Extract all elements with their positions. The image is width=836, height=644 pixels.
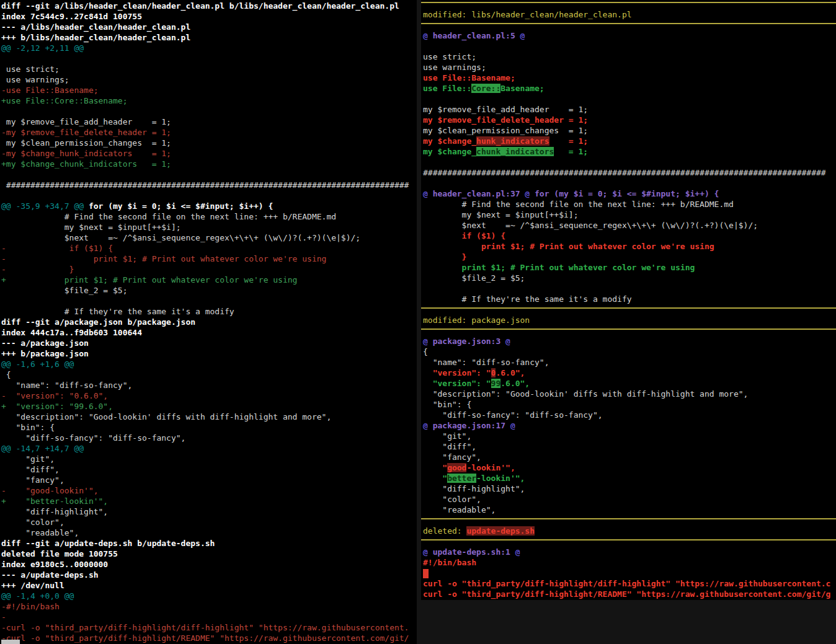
- terminal-line: index 7c544c9..27c841d 100755: [0, 11, 417, 22]
- git-diff-terminal-pane: diff --git a/libs/header_clean/header_cl…: [0, 0, 417, 644]
- terminal-line: @ package.json:3 @: [421, 336, 836, 346]
- terminal-line: +++ b/package.json: [0, 348, 417, 359]
- terminal-line: my $next = $input[++$i];: [421, 210, 836, 220]
- text-segment: index 7c544c9..27c841d 100755: [1, 12, 142, 21]
- terminal-line: ########################################…: [421, 167, 836, 178]
- terminal-line: [421, 178, 836, 188]
- text-segment: "git",: [1, 454, 55, 464]
- terminal-line: "version": "0.6.0",: [421, 368, 836, 378]
- terminal-line: --- a/libs/header_clean/header_clean.pl: [0, 22, 417, 32]
- text-segment: "name": "diff-so-fancy",: [1, 381, 132, 390]
- text-segment: my $remove_file_add_header = 1;: [1, 117, 171, 126]
- terminal-line: my $change_hunk_indicators = 1;: [421, 136, 836, 146]
- text-segment: "readable",: [1, 528, 79, 537]
- text-segment: "version": ": [423, 368, 491, 377]
- terminal-line: - print $1; # Print out whatever color w…: [0, 254, 417, 264]
- text-segment: -lookin'",: [466, 463, 515, 472]
- text-segment: -: [1, 612, 6, 622]
- terminal-line: }: [421, 252, 836, 262]
- text-segment: --- a/update-deps.sh: [1, 570, 99, 580]
- text-segment: diff --git a/update-deps.sh b/update-dep…: [1, 539, 215, 548]
- text-segment: header_clean.pl:37: [433, 189, 520, 198]
- terminal-line: "diff",: [0, 464, 417, 475]
- text-segment: "diff-so-fancy": "diff-so-fancy",: [423, 410, 603, 420]
- terminal-line: @@ -35,9 +34,7 @@ for (my $i = 0; $i <= …: [0, 201, 417, 211]
- text-segment: = 1;: [554, 147, 588, 156]
- section-separator-rule: [421, 23, 836, 24]
- text-segment: "bin": {: [1, 423, 55, 432]
- terminal-line: print $1; # Print out whatever color we'…: [421, 262, 836, 273]
- text-segment: .6.0",: [496, 368, 525, 377]
- terminal-line: use File::Basename;: [421, 73, 836, 83]
- terminal-line: use strict;: [0, 64, 417, 74]
- terminal-line: -#!/bin/bash: [0, 601, 417, 612]
- text-segment: @: [423, 421, 433, 430]
- text-segment: use warnings;: [423, 63, 486, 72]
- terminal-line: + "version": "99.6.0",: [0, 401, 417, 412]
- terminal-line: "diff-so-fancy": "diff-so-fancy",: [0, 433, 417, 443]
- terminal-line: # If they're the same it's a modify: [421, 294, 836, 304]
- text-segment: - print $1; # Print out whatever color w…: [1, 254, 326, 263]
- terminal-line: use File::Core::Basename;: [421, 83, 836, 94]
- terminal-line: use warnings;: [421, 62, 836, 73]
- text-segment: @@ -1,4 +0,0 @@: [1, 591, 74, 601]
- text-segment: +use File::Core::Basename;: [1, 96, 128, 105]
- terminal-line: --- a/package.json: [0, 338, 417, 348]
- text-segment: #!/bin/bash: [423, 558, 476, 567]
- text-segment: {: [423, 347, 428, 356]
- terminal-cursor: [1, 640, 20, 644]
- terminal-line: "git",: [421, 431, 836, 441]
- text-segment: for (my $i = 0; $i <= $#input; $i++) {: [84, 201, 273, 211]
- terminal-line: my $next = $input[++$i];: [0, 222, 417, 232]
- terminal-line: -curl -o "third_party/diff-highlight/dif…: [0, 622, 417, 633]
- text-segment: +++ b/libs/header_clean/header_clean.pl: [1, 33, 190, 42]
- text-segment: "diff-so-fancy": "diff-so-fancy",: [1, 433, 185, 443]
- terminal-line: ########################################…: [0, 180, 417, 190]
- text-segment: update-deps.sh: [466, 526, 535, 536]
- terminal-line: "name": "diff-so-fancy",: [0, 380, 417, 390]
- terminal-line: [0, 169, 417, 180]
- terminal-line: "diff-highlight",: [421, 483, 836, 494]
- text-segment: hunk_indicators: [476, 136, 549, 146]
- text-segment: "color",: [1, 518, 64, 527]
- text-segment: chunk_indicators: [476, 147, 554, 156]
- text-segment: = 1;: [549, 136, 589, 146]
- text-segment: # Find the second file on the next line:…: [423, 200, 734, 209]
- text-segment: -curl -o "third_party/diff-highlight/REA…: [1, 633, 409, 643]
- text-segment: + "version": "99.6.0",: [1, 402, 113, 411]
- terminal-line: -use File::Basename;: [0, 85, 417, 95]
- terminal-line: my $remove_file_add_header = 1;: [0, 117, 417, 127]
- terminal-line: "color",: [421, 494, 836, 505]
- text-segment: deleted:: [423, 526, 466, 536]
- text-segment: "diff",: [1, 465, 60, 474]
- text-segment: # Find the second file on the next line:…: [1, 212, 336, 221]
- text-segment: $next =~ /^$ansi_sequence_regex\+\+\+ (\…: [423, 221, 758, 230]
- terminal-line: "readable",: [0, 527, 417, 538]
- text-segment: @@ -2,12 +2,11 @@: [1, 43, 84, 53]
- text-segment: use File::Basename;: [423, 73, 515, 82]
- terminal-line: "color",: [0, 517, 417, 527]
- terminal-line: "bin": {: [421, 399, 836, 410]
- text-segment: }: [423, 252, 466, 262]
- text-segment: good: [447, 463, 466, 472]
- text-segment: # If they're the same it's a modify: [423, 294, 632, 304]
- text-segment: "color",: [423, 495, 481, 504]
- terminal-line: "fancy",: [421, 452, 836, 462]
- text-segment: @@ -1,6 +1,6 @@: [1, 359, 74, 369]
- terminal-line: @@ -1,6 +1,6 @@: [0, 359, 417, 369]
- text-segment: diff --git a/libs/header_clean/header_cl…: [1, 1, 399, 11]
- terminal-line: -: [0, 612, 417, 622]
- terminal-line: @@ -2,12 +2,11 @@: [0, 43, 417, 53]
- text-segment: modified: package.json: [423, 315, 530, 325]
- text-segment: package.json:17: [433, 421, 505, 430]
- text-segment: "diff-highlight",: [423, 484, 525, 493]
- terminal-line: my $remove_file_delete_header = 1;: [421, 115, 836, 125]
- terminal-line: "diff",: [421, 441, 836, 452]
- text-segment: @: [500, 337, 510, 346]
- terminal-line: "better-lookin'",: [421, 473, 836, 483]
- terminal-line: +++ b/libs/header_clean/header_clean.pl: [0, 32, 417, 43]
- terminal-line: "bin": {: [0, 422, 417, 433]
- terminal-line: @ package.json:17 @: [421, 420, 836, 431]
- text-segment: curl -o "third_party/diff-highlight/READ…: [423, 589, 830, 599]
- section-separator-rule: [421, 518, 836, 519]
